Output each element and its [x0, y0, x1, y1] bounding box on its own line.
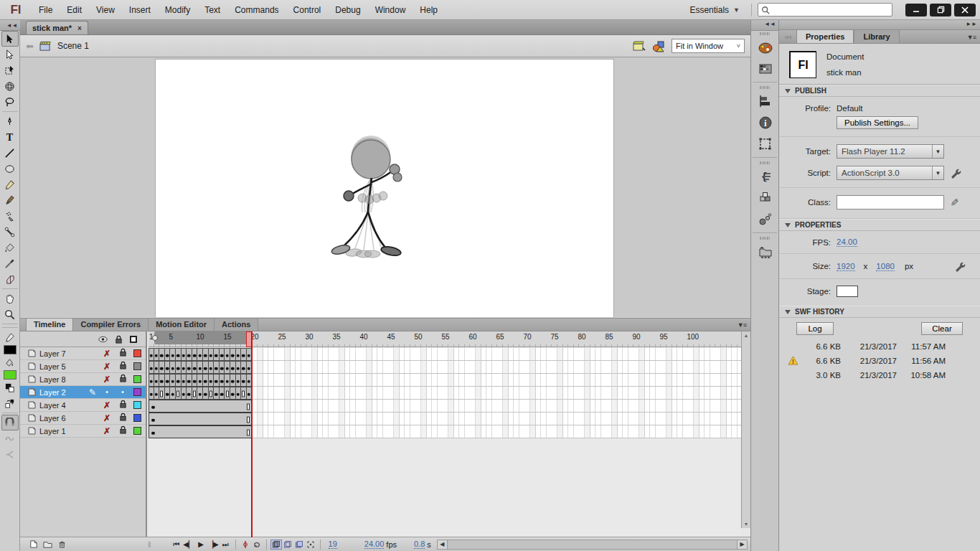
oval-tool[interactable]: [1, 161, 19, 176]
menu-window[interactable]: Window: [368, 0, 413, 20]
layer-name[interactable]: Layer 7: [39, 349, 83, 358]
lock-icon[interactable]: [119, 374, 127, 382]
timeline-vertical-scrollbar[interactable]: ▲ ▼: [741, 331, 750, 528]
line-tool[interactable]: [1, 145, 19, 161]
selection-tool[interactable]: [1, 31, 19, 47]
scroll-down-icon[interactable]: ▼: [744, 522, 749, 527]
minimize-button[interactable]: [905, 4, 927, 17]
grip-handle[interactable]: [751, 31, 778, 37]
lock-icon[interactable]: [119, 348, 127, 357]
playhead-line[interactable]: [251, 331, 253, 537]
panel-menu-icon[interactable]: ▼≡: [738, 321, 746, 329]
layer-outline-color-swatch[interactable]: [133, 427, 141, 435]
log-button[interactable]: Log: [796, 322, 834, 335]
layer-name[interactable]: Layer 1: [39, 427, 83, 435]
document-settings-wrench-icon[interactable]: [954, 260, 966, 272]
search-input[interactable]: [758, 3, 892, 17]
components-panel-icon[interactable]: [751, 187, 780, 209]
publish-settings-button[interactable]: Publish Settings...: [837, 116, 918, 129]
panel-drag-bar[interactable]: ►►: [779, 20, 980, 30]
frames-area[interactable]: 1510152025303540455055606570758085909510…: [149, 331, 750, 537]
script-dropdown[interactable]: ActionScript 3.0 ▼: [837, 166, 944, 180]
layer-row-layer-6[interactable]: Layer 6✗: [20, 412, 146, 425]
layer-hidden-x-icon[interactable]: ✗: [102, 400, 112, 410]
frames-layer-6[interactable]: [149, 413, 252, 425]
fill-color-swatch[interactable]: [4, 370, 17, 380]
layer-name[interactable]: Layer 4: [39, 401, 83, 410]
outline-all-layers-icon[interactable]: [130, 336, 137, 343]
fps-value[interactable]: 24.00: [837, 237, 857, 247]
stage-pasteboard[interactable]: [20, 57, 750, 317]
target-dropdown[interactable]: Flash Player 11.2 ▼: [837, 144, 944, 159]
align-panel-icon[interactable]: [751, 90, 780, 112]
center-frame-icon[interactable]: [240, 540, 251, 550]
scroll-left-icon[interactable]: ◀: [438, 540, 448, 549]
publish-section-header[interactable]: PUBLISH: [779, 85, 980, 97]
document-tab[interactable]: stick man* ×: [26, 21, 88, 34]
layer-unlocked-dot[interactable]: •: [118, 388, 128, 396]
layer-outline-color-swatch[interactable]: [133, 349, 141, 357]
layer-outline-color-swatch[interactable]: [133, 401, 141, 409]
straighten-option[interactable]: [1, 446, 19, 462]
lasso-tool[interactable]: [1, 94, 19, 110]
color-panel-icon[interactable]: [751, 37, 780, 58]
layer-row-layer-8[interactable]: Layer 8✗: [20, 373, 146, 386]
script-settings-wrench-icon[interactable]: [950, 167, 961, 179]
tab-motion-editor[interactable]: Motion Editor: [149, 319, 215, 331]
scene-name[interactable]: Scene 1: [57, 41, 89, 51]
tab-properties[interactable]: Properties: [796, 30, 854, 43]
stage-width-value[interactable]: 1920: [837, 262, 855, 271]
loop-playback-icon[interactable]: [251, 540, 263, 550]
layer-row-layer-2[interactable]: Layer 2✎••: [20, 386, 146, 399]
layer-row-layer-7[interactable]: Layer 7✗: [20, 347, 146, 360]
lock-icon[interactable]: [119, 400, 127, 408]
collapse-tools-button[interactable]: ◄◄: [0, 20, 20, 31]
3d-rotation-tool[interactable]: [1, 78, 19, 94]
black-white-colors-icon[interactable]: [1, 380, 19, 395]
onion-skin-outlines-button[interactable]: [282, 540, 293, 550]
layer-hidden-x-icon[interactable]: ✗: [102, 375, 112, 385]
menu-edit[interactable]: Edit: [60, 0, 89, 20]
go-to-last-frame-button[interactable]: ⏭: [220, 539, 232, 550]
timeline-ruler[interactable]: 1510152025303540455055606570758085909510…: [149, 331, 741, 347]
lock-icon[interactable]: [119, 413, 127, 421]
menu-commands[interactable]: Commands: [227, 0, 286, 20]
layer-name[interactable]: Layer 5: [39, 362, 83, 371]
swatches-panel-icon[interactable]: [751, 58, 780, 80]
clear-button[interactable]: Clear: [921, 322, 963, 335]
tab-compiler-errors[interactable]: Compiler Errors: [73, 319, 149, 331]
text-tool[interactable]: T: [1, 129, 19, 145]
edit-scene-icon[interactable]: [633, 40, 646, 52]
frames-layer-5[interactable]: [149, 361, 252, 374]
grip-handle[interactable]: ‖: [148, 540, 152, 549]
menu-file[interactable]: File: [32, 0, 60, 20]
document-name[interactable]: stick man: [826, 68, 864, 77]
class-input[interactable]: [837, 195, 944, 209]
onion-skin-start-handle[interactable]: [152, 335, 158, 341]
properties-section-header[interactable]: PROPERTIES: [779, 219, 980, 231]
show-hide-all-layers-icon[interactable]: [98, 335, 108, 344]
scroll-up-icon[interactable]: ▲: [744, 333, 749, 338]
pen-tool[interactable]: [1, 113, 19, 129]
onion-skin-button[interactable]: [270, 540, 282, 550]
scroll-right-icon[interactable]: ▶: [737, 540, 747, 549]
layer-hidden-x-icon[interactable]: ✗: [102, 349, 112, 359]
menu-modify[interactable]: Modify: [158, 0, 197, 20]
pencil-tool[interactable]: [1, 176, 19, 192]
stage-height-value[interactable]: 1080: [876, 262, 895, 271]
layer-row-layer-4[interactable]: Layer 4✗: [20, 399, 146, 412]
timeline-horizontal-scrollbar[interactable]: ◀ ▶: [437, 540, 748, 550]
close-document-icon[interactable]: ×: [77, 24, 82, 32]
tab-actions[interactable]: Actions: [215, 319, 258, 331]
menu-debug[interactable]: Debug: [328, 0, 367, 20]
frames-layer-8[interactable]: [149, 374, 252, 387]
layer-outline-color-swatch[interactable]: [133, 388, 141, 396]
swap-colors-icon[interactable]: [1, 395, 19, 411]
project-panel-icon[interactable]: [751, 241, 780, 263]
grip-handle[interactable]: [751, 85, 778, 90]
current-frame-indicator[interactable]: 19: [329, 540, 337, 549]
paint-bucket-tool[interactable]: [1, 240, 19, 255]
new-folder-button[interactable]: [40, 539, 55, 550]
lock-icon[interactable]: [119, 361, 127, 369]
hand-tool[interactable]: [1, 291, 19, 306]
